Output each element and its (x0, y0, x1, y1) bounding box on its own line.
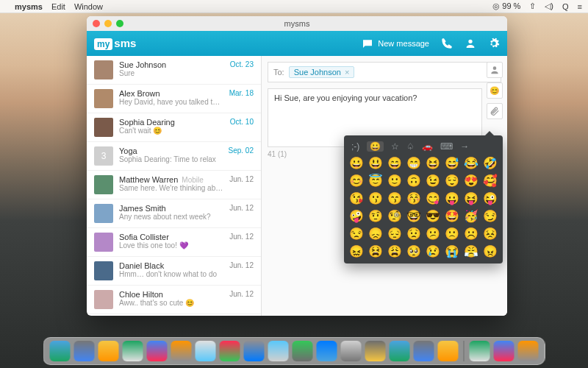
volume-icon[interactable]: ◁) (545, 1, 553, 11)
menubar-item-edit[interactable]: Edit (51, 2, 65, 11)
dock-app-icon[interactable] (293, 341, 313, 361)
emoji-tab[interactable]: ♤ (406, 141, 415, 152)
emoji-tab[interactable]: 🚗 (422, 141, 433, 152)
emoji-cell[interactable]: 😫 (368, 244, 384, 259)
emoji-cell[interactable]: 🤪 (348, 209, 365, 224)
conversation-item[interactable]: Alex BrownHey David, have you talked to … (87, 85, 261, 113)
status-icon[interactable]: ⇧ (529, 1, 536, 11)
add-contact-button[interactable] (487, 62, 503, 78)
emoji-cell[interactable]: 😊 (348, 174, 365, 188)
conversation-item[interactable]: Sue JohnsonSureOct. 23 (87, 56, 261, 85)
notification-center-icon[interactable]: ≡ (578, 2, 582, 11)
emoji-cell[interactable]: 😘 (348, 191, 365, 206)
emoji-cell[interactable]: 😂 (463, 156, 479, 171)
battery-status[interactable]: ◎ 99 % (492, 1, 520, 11)
emoji-cell[interactable]: 😄 (387, 156, 403, 171)
emoji-cell[interactable]: 🤣 (482, 156, 498, 171)
dock-app-icon[interactable] (171, 341, 192, 361)
emoji-cell[interactable]: 🥺 (406, 244, 422, 259)
dock-app-icon[interactable] (341, 341, 362, 361)
emoji-cell[interactable]: 🥳 (463, 209, 479, 224)
emoji-cell[interactable]: 😖 (348, 244, 365, 259)
macos-dock[interactable] (43, 337, 545, 365)
emoji-cell[interactable]: 😠 (482, 244, 498, 259)
dock-app-icon[interactable] (74, 341, 95, 361)
emoji-cell[interactable]: 😒 (348, 227, 365, 241)
dock-app-icon[interactable] (123, 341, 143, 361)
emoji-cell[interactable]: ☹️ (463, 227, 479, 241)
emoji-cell[interactable]: 🧐 (387, 209, 403, 224)
emoji-cell[interactable]: 😣 (482, 227, 498, 241)
emoji-cell[interactable]: 😞 (368, 227, 384, 241)
menubar-item-window[interactable]: Window (74, 2, 103, 11)
menubar-app-name[interactable]: mysms (15, 2, 43, 11)
emoji-cell[interactable]: 🙂 (387, 174, 403, 188)
dock-app-icon[interactable] (196, 341, 216, 361)
emoji-cell[interactable]: 😢 (425, 244, 441, 259)
dock-app-icon[interactable] (470, 341, 490, 361)
emoji-cell[interactable]: 😁 (406, 156, 422, 171)
emoji-tab[interactable]: ⌨ (440, 141, 453, 152)
spotlight-icon[interactable]: Q (562, 2, 569, 11)
dock-app-icon[interactable] (244, 341, 265, 361)
dock-app-icon[interactable] (317, 341, 337, 361)
contacts-icon[interactable] (465, 38, 476, 49)
dock-app-icon[interactable] (98, 341, 119, 361)
emoji-cell[interactable]: 😌 (444, 174, 460, 188)
emoji-cell[interactable]: 🙁 (444, 227, 460, 241)
emoji-cell[interactable]: 😆 (425, 156, 441, 171)
emoji-tab[interactable]: → (460, 141, 469, 152)
recipients-field[interactable]: To: Sue Johnson × (268, 62, 501, 82)
emoji-button[interactable]: 😊 (487, 82, 503, 99)
remove-recipient-icon[interactable]: × (345, 68, 349, 77)
emoji-tab[interactable]: ;-) (351, 141, 359, 152)
emoji-cell[interactable]: 😚 (406, 191, 422, 206)
emoji-cell[interactable]: 😇 (368, 174, 384, 188)
emoji-cell[interactable]: 😤 (463, 244, 479, 259)
emoji-cell[interactable]: 🤨 (368, 209, 384, 224)
conversation-item[interactable]: James SmithAny news about next week?Jun.… (87, 199, 261, 228)
emoji-cell[interactable]: 😜 (482, 191, 498, 206)
emoji-cell[interactable]: 😉 (425, 174, 441, 188)
emoji-cell[interactable]: 🥰 (482, 174, 498, 188)
attach-button[interactable] (487, 103, 503, 119)
conversation-item[interactable]: Sophia DearingCan't wait 😊Oct. 10 (87, 113, 261, 142)
dock-app-icon[interactable] (414, 341, 434, 361)
call-icon[interactable] (441, 38, 453, 49)
emoji-cell[interactable]: 😎 (425, 209, 441, 224)
emoji-cell[interactable]: 😩 (387, 244, 403, 259)
emoji-cell[interactable]: 😋 (425, 191, 441, 206)
emoji-cell[interactable]: 🤩 (444, 209, 460, 224)
conversation-item[interactable]: Sofia CollisterLove this one too! 💜Jun. … (87, 228, 261, 257)
conversation-item[interactable]: Daniel BlackHmm… don't know what to doJu… (87, 257, 261, 286)
emoji-cell[interactable]: 😀 (348, 156, 365, 171)
conversation-list[interactable]: Sue JohnsonSureOct. 23Alex BrownHey Davi… (87, 56, 262, 316)
conversation-item[interactable]: 3YogaSophia Dearing: Time to relaxSep. 0… (87, 142, 261, 171)
window-titlebar[interactable]: mysms (87, 16, 507, 31)
emoji-tab[interactable]: 😀 (367, 141, 384, 152)
emoji-cell[interactable]: 😏 (482, 209, 498, 224)
emoji-cell[interactable]: 😅 (444, 156, 460, 171)
emoji-cell[interactable]: 😟 (406, 227, 422, 241)
emoji-cell[interactable]: 😕 (425, 227, 441, 241)
emoji-cell[interactable]: 🙃 (406, 174, 422, 188)
dock-app-icon[interactable] (268, 341, 289, 361)
emoji-cell[interactable]: 😗 (368, 191, 384, 206)
settings-gear-icon[interactable] (488, 38, 500, 49)
dock-app-icon[interactable] (365, 341, 386, 361)
conversation-item[interactable]: Chloe HiltonAww.. that's so cute 😊Jun. 1… (87, 286, 261, 314)
dock-app-icon[interactable] (50, 341, 71, 361)
conversation-item[interactable]: Matthew WarrenMobileSame here. We're thi… (87, 171, 261, 199)
recipient-chip[interactable]: Sue Johnson × (289, 66, 355, 78)
emoji-cell[interactable]: 😝 (463, 191, 479, 206)
emoji-tab[interactable]: ☆ (391, 141, 399, 152)
dock-app-icon[interactable] (494, 341, 514, 361)
emoji-cell[interactable]: 😃 (368, 156, 384, 171)
emoji-cell[interactable]: 😔 (387, 227, 403, 241)
dock-app-icon[interactable] (220, 341, 240, 361)
dock-app-icon[interactable] (438, 341, 459, 361)
dock-app-icon[interactable] (147, 341, 168, 361)
dock-app-icon[interactable] (390, 341, 410, 361)
emoji-cell[interactable]: 😭 (444, 244, 460, 259)
emoji-cell[interactable]: 😛 (444, 191, 460, 206)
